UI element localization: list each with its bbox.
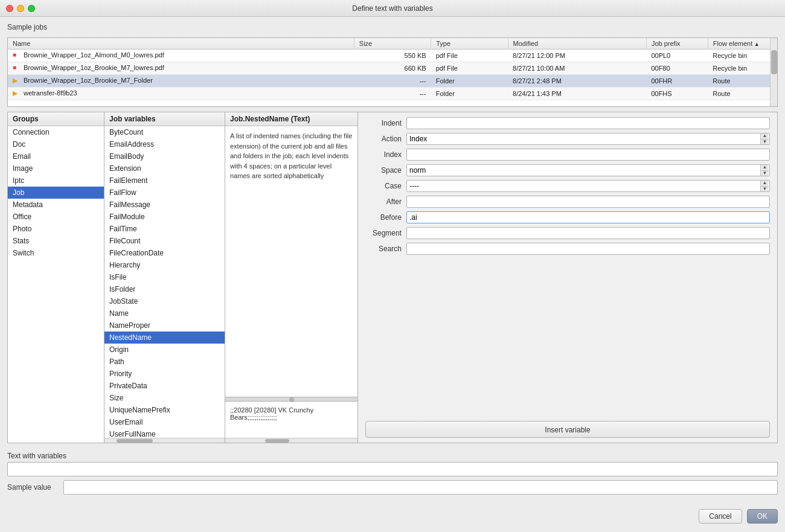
close-button[interactable] <box>6 5 13 12</box>
panels-row: Groups ConnectionDocEmailImageIptcJobMet… <box>7 112 778 443</box>
space-select-arrows[interactable]: ▲ ▼ <box>760 165 769 176</box>
jobvar-item-failmodule[interactable]: FailModule <box>104 211 225 223</box>
cell-name: ▶Brownie_Wrapper_1oz_Brookie_M7_Folder <box>8 75 354 88</box>
jobvar-item-emailaddress[interactable]: EmailAddress <box>104 138 225 150</box>
sidebar-item-switch[interactable]: Switch <box>8 247 104 259</box>
sidebar-item-email[interactable]: Email <box>8 150 104 162</box>
jobvar-item-privatedata[interactable]: PrivateData <box>104 380 225 392</box>
col-header-size[interactable]: Size <box>354 38 431 50</box>
footer-buttons: Cancel OK <box>7 504 778 526</box>
table-row[interactable]: ▶Brownie_Wrapper_1oz_Brookie_M7_Folder -… <box>8 75 777 88</box>
cell-flow: Route <box>708 88 777 100</box>
sidebar-item-metadata[interactable]: Metadata <box>8 199 104 211</box>
job-variables-header: Job variables <box>104 112 225 126</box>
minimize-button[interactable] <box>17 5 24 12</box>
cell-size: --- <box>354 88 431 100</box>
col-header-jobprefix[interactable]: Job prefix <box>646 38 708 50</box>
col-header-flow[interactable]: Flow element <box>708 38 777 50</box>
jobvar-item-emailbody[interactable]: EmailBody <box>104 150 225 162</box>
col-header-name[interactable]: Name <box>8 38 354 50</box>
cell-name: ▶wetransfer-8f9b23 <box>8 88 354 100</box>
scrollbar-vertical[interactable] <box>770 38 777 106</box>
segment-input[interactable] <box>406 227 770 239</box>
jobvar-item-bytecount[interactable]: ByteCount <box>104 126 225 138</box>
indent-label: Indent <box>365 119 402 127</box>
jobvar-item-hierarchy[interactable]: Hierarchy <box>104 259 225 271</box>
jobvar-item-failmessage[interactable]: FailMessage <box>104 199 225 211</box>
action-select-arrows[interactable]: ▲ ▼ <box>760 133 769 144</box>
sidebar-item-office[interactable]: Office <box>8 211 104 223</box>
pdf-icon: ■ <box>13 51 21 60</box>
space-row: Space norm trim collapse ▲ ▼ <box>365 164 770 176</box>
insert-variable-button[interactable]: Insert variable <box>365 421 770 438</box>
sample-value-row: Sample value <box>7 480 778 495</box>
jobvar-item-filecreationdate[interactable]: FileCreationDate <box>104 247 225 259</box>
jobvar-item-failtime[interactable]: FailTime <box>104 223 225 235</box>
jobvar-item-failflow[interactable]: FailFlow <box>104 187 225 199</box>
space-arrow-down[interactable]: ▼ <box>761 171 769 176</box>
segment-row: Segment <box>365 227 770 239</box>
job-variables-list: ByteCountEmailAddressEmailBodyExtensionF… <box>104 126 225 438</box>
sidebar-item-photo[interactable]: Photo <box>8 223 104 235</box>
text-with-variables-input[interactable] <box>7 462 778 476</box>
sidebar-item-doc[interactable]: Doc <box>8 138 104 150</box>
action-arrow-down[interactable]: ▼ <box>761 139 769 145</box>
index-row: Index <box>365 149 770 161</box>
jobvar-item-priority[interactable]: Priority <box>104 368 225 380</box>
cell-name: ■Brownie_Wrapper_1oz_Almond_M0_lowres.pd… <box>8 50 354 62</box>
sidebar-item-stats[interactable]: Stats <box>8 235 104 247</box>
before-input[interactable] <box>406 211 770 223</box>
cell-modified: 8/24/21 1:43 PM <box>508 88 646 100</box>
table-row[interactable]: ■Brownie_Wrapper_1oz_Almond_M0_lowres.pd… <box>8 50 777 62</box>
scrollbar-thumb-horizontal-jobvars[interactable] <box>117 439 153 443</box>
jobvar-item-name[interactable]: Name <box>104 307 225 319</box>
cell-size: 660 KB <box>354 62 431 75</box>
sidebar-item-image[interactable]: Image <box>8 162 104 175</box>
sidebar-item-job[interactable]: Job <box>8 187 104 199</box>
cancel-button[interactable]: Cancel <box>699 509 742 524</box>
case-select[interactable]: ---- upper lower title <box>406 180 770 192</box>
jobvar-item-origin[interactable]: Origin <box>104 344 225 356</box>
table-row[interactable]: ▶wetransfer-8f9b23 --- Folder 8/24/21 1:… <box>8 88 777 100</box>
jobvar-item-isfolder[interactable]: IsFolder <box>104 283 225 295</box>
sample-value-label: Sample value <box>7 483 59 492</box>
jobvar-item-isfile[interactable]: IsFile <box>104 271 225 283</box>
after-input[interactable] <box>406 196 770 208</box>
col-header-modified[interactable]: Modified <box>508 38 646 50</box>
sample-value-input[interactable] <box>63 480 778 495</box>
table-row[interactable]: ■Brownie_Wrapper_1oz_Brookie_M7_lowres.p… <box>8 62 777 75</box>
jobvar-item-extension[interactable]: Extension <box>104 162 225 175</box>
jobvar-item-useremail[interactable]: UserEmail <box>104 416 225 428</box>
groups-header: Groups <box>8 112 104 126</box>
sidebar-item-iptc[interactable]: Iptc <box>8 175 104 187</box>
jobvar-item-userfullname[interactable]: UserFullName <box>104 428 225 438</box>
jobvar-item-failelement[interactable]: FailElement <box>104 175 225 187</box>
jobvar-item-jobstate[interactable]: JobState <box>104 295 225 307</box>
jobvar-item-uniquenameprefix[interactable]: UniqueNamePrefix <box>104 404 225 416</box>
bottom-section: Text with variables Sample value <box>7 448 778 499</box>
maximize-button[interactable] <box>28 5 35 12</box>
indent-input[interactable] <box>406 117 770 129</box>
action-select-wrapper: Index First Last All ▲ ▼ <box>406 133 770 145</box>
scrollbar-thumb-horizontal-preview[interactable] <box>265 439 289 443</box>
jobvar-item-nestedname[interactable]: NestedName <box>104 332 225 344</box>
scrollbar-horizontal-jobvars[interactable] <box>104 438 225 443</box>
search-input[interactable] <box>406 243 770 255</box>
job-variables-panel: Job variables ByteCountEmailAddressEmail… <box>104 112 225 443</box>
sidebar-item-connection[interactable]: Connection <box>8 126 104 138</box>
jobvar-item-path[interactable]: Path <box>104 356 225 368</box>
jobvar-item-nameproper[interactable]: NameProper <box>104 319 225 332</box>
col-header-type[interactable]: Type <box>431 38 508 50</box>
index-input[interactable] <box>406 149 770 161</box>
search-label: Search <box>365 245 402 253</box>
case-arrow-down[interactable]: ▼ <box>761 187 769 192</box>
cell-type: pdf File <box>431 50 508 62</box>
jobvar-item-size[interactable]: Size <box>104 392 225 404</box>
scrollbar-thumb-vertical[interactable] <box>771 50 777 74</box>
jobvar-item-filecount[interactable]: FileCount <box>104 235 225 247</box>
scrollbar-horizontal-preview[interactable] <box>225 438 357 443</box>
ok-button[interactable]: OK <box>747 509 778 524</box>
case-select-arrows[interactable]: ▲ ▼ <box>760 181 769 191</box>
action-select[interactable]: Index First Last All <box>406 133 770 145</box>
space-select[interactable]: norm trim collapse <box>406 164 770 176</box>
